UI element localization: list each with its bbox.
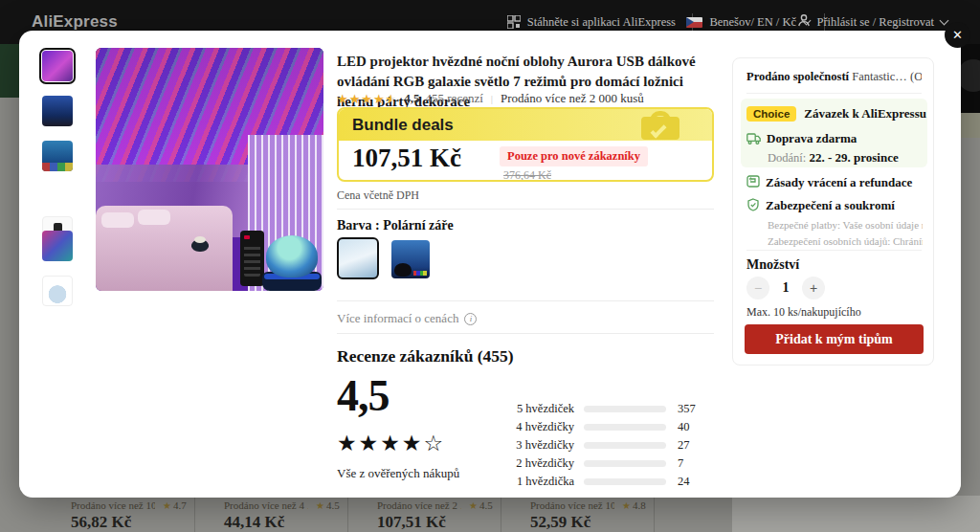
current-price: 107,51 Kč — [352, 144, 461, 173]
card-rating: 4.8 — [633, 499, 646, 511]
histogram-row-2[interactable]: 2 hvězdičky 7 — [469, 456, 683, 470]
choice-badge: Choice — [746, 106, 796, 122]
histogram-label: 2 hvězdičky — [469, 456, 574, 471]
star-icon: ★ — [316, 500, 324, 511]
info-icon: i — [464, 313, 477, 325]
pillow — [101, 212, 134, 228]
truck-icon — [746, 133, 761, 144]
add-to-picks-button[interactable]: Přidat k mým tipům — [745, 324, 924, 354]
background-strip — [961, 113, 980, 138]
aliexpress-logo[interactable]: AliExpress — [32, 12, 118, 32]
quantity-label: Množství — [746, 257, 799, 273]
quantity-stepper: − 1 + — [746, 277, 825, 299]
background-panel — [732, 496, 980, 532]
histogram-row-1[interactable]: 1 hvězdička 24 — [469, 475, 690, 488]
card-divider — [347, 498, 348, 532]
histogram-track — [584, 460, 666, 467]
sold-count: Prodáno více než 2 000 kusů — [501, 91, 644, 106]
delivery-dates: 22. - 29. prosince — [809, 150, 898, 165]
star-rating-icon: ★★★★★ ★★★★★ — [337, 93, 397, 105]
quantity-value: 1 — [769, 280, 802, 296]
divider — [337, 333, 714, 334]
remote-control-inset — [240, 231, 264, 286]
color-swatch-starry[interactable] — [391, 240, 430, 278]
main-product-image[interactable] — [96, 48, 323, 291]
price-info-link[interactable]: Více informací o cenách i — [337, 311, 477, 326]
sold-count: Prodáno více než 10… — [530, 499, 614, 511]
card-divider — [501, 498, 501, 532]
product-card[interactable]: Prodáno více než 2 …★4.5 107,51 Kč — [377, 499, 498, 532]
card-price: 52,59 Kč — [530, 513, 651, 532]
product-modal: ✕ LED projektor hvězdné noční oblohy Aur… — [19, 31, 961, 498]
product-card[interactable]: Prodáno více než 10…★4.7 56,82 Kč — [71, 499, 191, 532]
histogram-label: 4 hvězdičky — [469, 420, 574, 434]
quantity-decrease-button[interactable]: − — [746, 277, 769, 299]
thumbnail-dome-sketch[interactable] — [42, 276, 73, 306]
card-price: 107,51 Kč — [377, 513, 498, 532]
reviews-heading: Recenze zákazníků (455) — [337, 346, 514, 366]
thumbnail-color-variants[interactable] — [42, 141, 73, 171]
seller-line[interactable]: Prodáno společností Fantastic… (Obchodní… — [746, 70, 922, 84]
star-icon: ★ — [163, 500, 171, 511]
returns-row[interactable]: Zásady vrácení a refundace — [746, 175, 912, 190]
histogram-count: 357 — [678, 402, 696, 416]
divider — [746, 250, 922, 251]
product-card[interactable]: Prodáno více než 4 …★4.5 44,14 Kč — [224, 499, 345, 532]
czech-flag-icon — [686, 17, 702, 28]
price-block: 107,51 Kč Pouze pro nové zákazníky 376,6… — [339, 141, 712, 182]
seller-name: Fantastic… — [852, 70, 907, 83]
security-label: Zabezpečení a soukromí — [766, 198, 895, 213]
security-detail-2: Zabezpečení osobních údajů: Chráníme vaš… — [768, 235, 923, 247]
tax-note: Cena včetně DPH — [337, 188, 419, 203]
thumbnail-nebula[interactable] — [42, 231, 73, 261]
download-app-label: Stáhněte si aplikaci AliExpress — [527, 15, 676, 30]
sold-count: Prodáno více než 4 … — [224, 499, 308, 511]
histogram-count: 27 — [678, 438, 690, 453]
new-customer-badge: Pouze pro nové zákazníky — [500, 146, 648, 166]
pillow — [138, 210, 170, 225]
projector-on-bed — [191, 239, 209, 252]
card-rating: 4.5 — [479, 499, 493, 511]
background-banner-strip — [0, 44, 19, 98]
histogram-track — [584, 442, 666, 449]
rating-summary-row[interactable]: ★★★★★ ★★★★★ 4,5 455 recenzí | Prodáno ví… — [337, 91, 644, 106]
histogram-label: 1 hvězdička — [469, 475, 574, 489]
sold-count: Prodáno více než 10… — [71, 499, 155, 511]
card-divider — [654, 498, 655, 532]
histogram-count: 24 — [678, 475, 690, 489]
thumbnail-aurora-room[interactable] — [42, 51, 73, 81]
qr-code-icon — [507, 15, 521, 29]
bundle-deals-title: Bundle deals — [352, 116, 454, 135]
histogram-row-4[interactable]: 4 hvězdičky 40 — [469, 420, 690, 433]
review-count-link[interactable]: 455 recenzí — [426, 91, 483, 106]
rating-score: 4,5 — [404, 91, 419, 106]
bundle-deals-box: Bundle deals 107,51 Kč Pouze pro nové zá… — [337, 107, 714, 182]
thumbnail-starry-device[interactable] — [42, 96, 73, 126]
star-icon: ★ — [469, 500, 478, 511]
histogram-label: 3 hvězdičky — [469, 438, 574, 453]
divider — [337, 209, 714, 210]
person-icon — [797, 13, 811, 31]
histogram-track — [584, 478, 666, 485]
histogram-row-5[interactable]: 5 hvězdiček 357 — [469, 402, 696, 415]
separator: | — [491, 93, 493, 104]
histogram-row-3[interactable]: 3 hvězdičky 27 — [469, 438, 690, 452]
color-swatch-polar-selected[interactable] — [337, 237, 379, 279]
security-row[interactable]: Zabezpečení a soukromí — [746, 198, 895, 213]
close-icon[interactable]: ✕ — [945, 22, 970, 48]
seller-type: (Obchodník) — [910, 70, 922, 83]
shield-check-icon — [746, 198, 760, 211]
histogram-label: 5 hvězdiček — [469, 402, 574, 416]
free-shipping-row: Doprava zdarma — [746, 131, 857, 146]
price-info-label: Více informací o cenách — [337, 311, 458, 326]
chevron-down-icon — [940, 16, 949, 26]
card-price: 44,14 Kč — [224, 513, 345, 532]
free-shipping-label: Doprava zdarma — [767, 131, 857, 146]
sold-count: Prodáno více než 2 … — [377, 499, 461, 511]
card-rating: 4.5 — [326, 499, 340, 511]
histogram-track — [584, 406, 666, 412]
card-divider — [194, 498, 195, 532]
product-card[interactable]: Prodáno více než 10…★4.8 52,59 Kč — [530, 499, 651, 532]
returns-label: Zásady vrácení a refundace — [766, 175, 912, 190]
quantity-increase-button[interactable]: + — [802, 277, 825, 299]
